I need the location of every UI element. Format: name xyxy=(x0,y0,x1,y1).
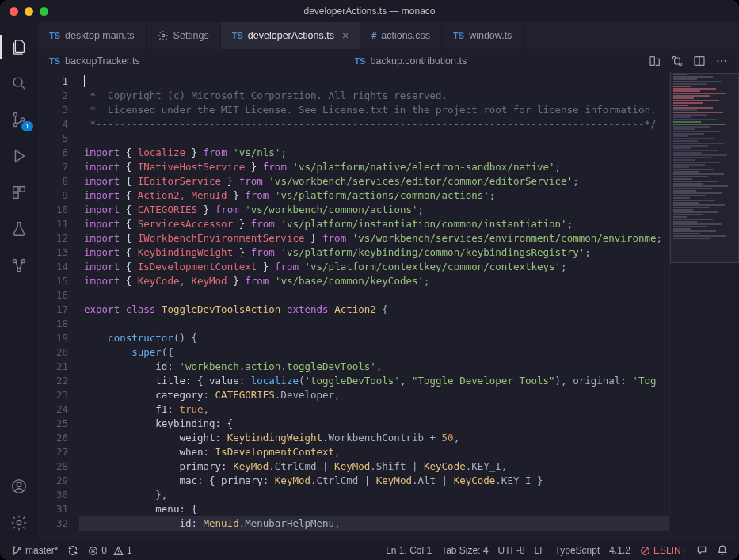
testing-activity[interactable] xyxy=(0,211,38,247)
code-line: import { IsDevelopmentContext } from 'vs… xyxy=(79,260,669,274)
code-line xyxy=(79,288,669,303)
play-icon xyxy=(10,147,28,165)
code-line xyxy=(79,317,669,331)
search-activity[interactable] xyxy=(0,65,38,101)
cursor-position[interactable]: Ln 1, Col 1 xyxy=(381,545,436,556)
code-content[interactable]: * Copyright (c) Microsoft Corporation. A… xyxy=(79,73,669,541)
svg-point-11 xyxy=(17,268,21,271)
code-line: import { KeybindingWeight } from 'vs/pla… xyxy=(79,246,669,260)
line-number: 4 xyxy=(38,117,79,131)
line-number: 13 xyxy=(38,246,79,260)
code-line: super({ xyxy=(79,345,669,360)
window: developerActions.ts — monaco 1 xyxy=(0,0,739,560)
line-number: 3 xyxy=(38,103,79,117)
code-line: }, xyxy=(79,488,669,502)
svg-rect-8 xyxy=(13,193,18,198)
references-icon xyxy=(10,257,28,274)
branch-status[interactable]: master* xyxy=(6,545,63,556)
secondary-tab-backup-contribution-ts[interactable]: TSbackup.contribution.ts xyxy=(344,55,649,67)
tab-window-ts[interactable]: TSwindow.ts xyxy=(442,22,524,49)
code-line: constructor() { xyxy=(79,331,669,345)
line-number: 10 xyxy=(38,203,79,217)
secondary-tab-label: backup.contribution.ts xyxy=(371,55,467,67)
editor-actions xyxy=(649,55,733,67)
eslint-label: ESLINT xyxy=(653,545,687,556)
code-line: *---------------------------------------… xyxy=(79,117,669,131)
tabs-row-2: TSbackupTracker.tsTSbackup.contribution.… xyxy=(38,49,739,73)
line-number: 9 xyxy=(38,189,79,203)
code-line: id: 'workbench.action.toggleDevTools', xyxy=(79,360,669,374)
feedback-button[interactable] xyxy=(691,545,712,556)
settings-activity[interactable] xyxy=(0,505,38,541)
tab-settings[interactable]: Settings xyxy=(147,22,221,49)
explorer-activity[interactable] xyxy=(0,29,38,65)
gear-icon xyxy=(10,514,28,531)
traffic-lights xyxy=(0,7,48,16)
svg-point-23 xyxy=(725,60,726,62)
minimap[interactable] xyxy=(669,73,739,541)
extensions-activity[interactable] xyxy=(0,174,38,211)
tab-developeractions-ts[interactable]: TSdeveloperActions.ts× xyxy=(221,22,360,49)
line-number: 31 xyxy=(38,502,79,516)
branch-icon xyxy=(11,545,22,556)
open-changes-button[interactable] xyxy=(671,55,684,67)
secondary-tab-backuptracker-ts[interactable]: TSbackupTracker.ts xyxy=(38,55,344,67)
secondary-tab-label: backupTracker.ts xyxy=(65,55,140,67)
typescript-file-icon: TS xyxy=(49,56,60,66)
svg-point-22 xyxy=(721,60,722,62)
encoding[interactable]: UTF-8 xyxy=(493,545,530,556)
ts-version[interactable]: 4.1.2 xyxy=(604,545,635,556)
zoom-window-button[interactable] xyxy=(40,7,48,16)
line-number: 18 xyxy=(38,317,79,331)
eol[interactable]: LF xyxy=(530,545,550,556)
code-line: import { Action2, MenuId } from 'vs/plat… xyxy=(79,189,669,203)
editor[interactable]: 1234567891011121314151617181920212223242… xyxy=(38,73,739,541)
code-line: export class ToggleDevToolsAction extend… xyxy=(79,303,669,317)
sync-icon xyxy=(67,545,78,556)
warnings-count: 1 xyxy=(127,545,132,556)
compare-changes-button[interactable] xyxy=(649,55,661,67)
line-number: 2 xyxy=(38,89,79,103)
close-tab-icon[interactable]: × xyxy=(342,29,349,42)
run-debug-activity[interactable] xyxy=(0,138,38,174)
line-number: 32 xyxy=(38,516,79,531)
window-title: developerActions.ts — monaco xyxy=(0,6,739,17)
notifications-button[interactable] xyxy=(712,545,733,556)
line-number: 8 xyxy=(38,174,79,189)
line-number: 27 xyxy=(38,445,79,459)
accounts-activity[interactable] xyxy=(0,468,38,505)
typescript-file-icon: TS xyxy=(453,31,464,40)
svg-line-1 xyxy=(21,86,25,90)
code-line: category: CATEGORIES.Developer, xyxy=(79,388,669,402)
svg-point-2 xyxy=(13,112,17,116)
code-line: import { INativeHostService } from 'vs/p… xyxy=(79,160,669,174)
beaker-icon xyxy=(10,220,28,238)
minimize-window-button[interactable] xyxy=(25,7,33,16)
diff-icon xyxy=(649,55,661,67)
code-line: primary: KeyMod.CtrlCmd | KeyMod.Shift |… xyxy=(79,459,669,474)
more-actions-button[interactable] xyxy=(715,55,728,67)
code-line: mac: { primary: KeyMod.CtrlCmd | KeyMod.… xyxy=(79,474,669,488)
code-line: when: IsDevelopmentContext, xyxy=(79,445,669,459)
close-window-button[interactable] xyxy=(10,7,18,16)
problems-status[interactable]: 0 1 xyxy=(83,545,136,556)
minimap-viewport[interactable] xyxy=(670,73,739,263)
scm-activity[interactable]: 1 xyxy=(0,101,38,138)
line-number: 23 xyxy=(38,388,79,402)
split-editor-button[interactable] xyxy=(693,55,706,67)
line-number: 24 xyxy=(38,402,79,417)
extensions-icon xyxy=(10,184,28,201)
line-number: 6 xyxy=(38,146,79,160)
code-line: keybinding: { xyxy=(79,417,669,431)
eslint-status[interactable]: ESLINT xyxy=(635,545,691,556)
svg-point-3 xyxy=(13,123,17,126)
eslint-icon xyxy=(640,546,650,556)
references-activity[interactable] xyxy=(0,247,38,284)
sync-status[interactable] xyxy=(63,545,83,556)
tab-desktop-main-ts[interactable]: TSdesktop.main.ts xyxy=(38,22,147,49)
tab-actions-css[interactable]: #actions.css xyxy=(360,22,442,49)
code-line: * Licensed under the MIT License. See Li… xyxy=(79,103,669,117)
language-mode[interactable]: TypeScript xyxy=(550,545,605,556)
line-number: 11 xyxy=(38,217,79,231)
tab-size[interactable]: Tab Size: 4 xyxy=(436,545,493,556)
